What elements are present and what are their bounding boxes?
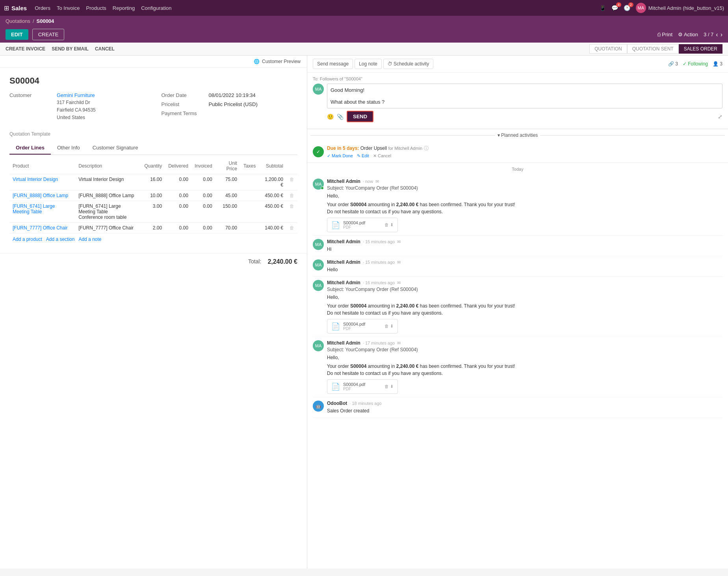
cancel-activity-button[interactable]: ✕ Cancel xyxy=(373,153,391,158)
customer-field-row: Customer Gemini Furniture 317 Fairchild … xyxy=(9,92,146,122)
following-button[interactable]: ✓ Following xyxy=(683,61,708,67)
expand-button[interactable]: ⤢ xyxy=(718,114,722,120)
row-delete-button[interactable]: 🗑 xyxy=(286,190,297,201)
print-button[interactable]: ⎙ Print xyxy=(657,32,672,37)
row-delete-button[interactable]: 🗑 xyxy=(286,222,297,233)
row-quantity: 2.00 xyxy=(141,222,165,233)
row-product[interactable]: [FURN_7777] Office Chair xyxy=(9,222,75,233)
app-grid-icon[interactable]: ⊞ xyxy=(4,4,9,12)
row-product[interactable]: [FURN_6741] Large Meeting Table xyxy=(9,201,75,222)
customer-label: Customer xyxy=(9,92,57,122)
tab-order-lines[interactable]: Order Lines xyxy=(9,142,51,155)
row-description: [FURN_7777] Office Chair xyxy=(75,222,141,233)
compose-avatar: MA xyxy=(313,84,324,95)
row-unit-price: 75.00 xyxy=(215,174,240,190)
nav-configuration[interactable]: Configuration xyxy=(141,4,171,13)
online-dot xyxy=(321,186,324,190)
compose-message-box[interactable]: Good Morning! What about the status ? xyxy=(327,84,722,108)
action-button[interactable]: ⚙ Action xyxy=(678,32,698,37)
row-description: [FURN_8888] Office Lamp xyxy=(75,190,141,201)
send-message-button[interactable]: Send message xyxy=(313,59,353,69)
msg-author: Mitchell Admin xyxy=(327,340,360,346)
order-content: S00004 Customer Gemini Furniture 317 Fai… xyxy=(0,68,307,253)
row-invoiced: 0.00 xyxy=(191,222,215,233)
due-label: Due in 5 days: xyxy=(327,145,359,151)
main-layout: 🌐 Customer Preview S00004 Customer Gemin… xyxy=(0,56,728,569)
msg-body: Hello, xyxy=(327,354,722,361)
prev-page-button[interactable]: ‹ xyxy=(716,31,718,38)
log-note-button[interactable]: Log note xyxy=(355,59,382,69)
order-id: S00004 xyxy=(9,76,297,86)
top-nav-right: 📱 💬 4 🕐 2 MA Mitchell Admin (hide_button… xyxy=(600,3,724,13)
user-name: Mitchell Admin (hide_button_v15) xyxy=(648,5,724,11)
breadcrumb-current: S00004 xyxy=(37,18,54,24)
compose-box-wrapper: Good Morning! What about the status ? 🙂 … xyxy=(327,84,722,125)
send-button[interactable]: SEND xyxy=(347,111,373,122)
emoji-button[interactable]: 🙂 xyxy=(327,114,334,120)
schedule-activity-button[interactable]: ⏱ Schedule activity xyxy=(383,59,433,69)
chatter-messages: Today MA Mitchell Admin · now ✉ Subject:… xyxy=(307,163,728,418)
nav-to-invoice[interactable]: To Invoice xyxy=(57,4,80,13)
nav-reporting[interactable]: Reporting xyxy=(113,4,135,13)
attachment-actions[interactable]: 🗑 ⬇ xyxy=(384,384,394,389)
msg-time: · 17 minutes ago xyxy=(363,341,395,345)
pdf-icon: 📄 xyxy=(331,322,340,331)
msg-time: · now xyxy=(363,179,373,184)
msg-subject: Subject: YourCompany Order (Ref S00004) xyxy=(327,185,722,191)
create-invoice-button[interactable]: CREATE INVOICE xyxy=(6,45,45,53)
attachment-actions[interactable]: 🗑 ⬇ xyxy=(384,222,394,227)
row-description: Virtual Interior Design xyxy=(75,174,141,190)
compose-action-buttons: 🙂 📎 SEND ⤢ xyxy=(327,108,722,125)
app-name: Sales xyxy=(11,5,27,11)
discuss-badge: 4 xyxy=(616,2,621,7)
next-page-button[interactable]: › xyxy=(721,31,722,38)
clock-icon[interactable]: 🕐 2 xyxy=(624,5,630,11)
status-quotation[interactable]: QUOTATION xyxy=(589,44,627,54)
edit-activity-button[interactable]: ✎ Edit xyxy=(357,153,369,158)
order-date-value: 08/01/2022 10:19:34 xyxy=(209,92,256,98)
status-sales-order[interactable]: SALES ORDER xyxy=(679,44,722,54)
msg-body3: Do not hesitate to contact us if you hav… xyxy=(327,208,722,215)
attach-button[interactable]: 📎 xyxy=(337,114,344,120)
payment-terms-row: Payment Terms xyxy=(162,110,298,116)
attachment-actions[interactable]: 🗑 ⬇ xyxy=(384,324,394,329)
customer-name[interactable]: Gemini Furniture xyxy=(57,92,95,98)
add-section-link[interactable]: Add a section xyxy=(46,237,75,242)
msg-header: Mitchell Admin · 17 minutes ago ✉ xyxy=(327,340,722,346)
msg-body: Hi xyxy=(327,246,722,253)
breadcrumb-parent[interactable]: Quotations xyxy=(6,18,30,24)
row-delete-button[interactable]: 🗑 xyxy=(286,201,297,222)
sub-action-bar: CREATE INVOICE SEND BY EMAIL CANCEL QUOT… xyxy=(0,43,728,56)
user-menu[interactable]: MA Mitchell Admin (hide_button_v15) xyxy=(636,3,724,13)
activity-for: for Mitchell Admin xyxy=(388,146,422,151)
status-quotation-sent[interactable]: QUOTATION SENT xyxy=(627,44,679,54)
add-note-link[interactable]: Add a note xyxy=(78,237,101,242)
edit-button[interactable]: EDIT xyxy=(6,29,28,40)
row-product[interactable]: [FURN_8888] Office Lamp xyxy=(9,190,75,201)
msg-author: Mitchell Admin xyxy=(327,259,360,265)
planned-activities-label[interactable]: ▾ Planned activities xyxy=(498,132,538,138)
add-product-link[interactable]: Add a product xyxy=(13,237,42,242)
row-delivered: 0.00 xyxy=(165,190,191,201)
discuss-icon[interactable]: 💬 4 xyxy=(611,5,618,11)
mark-done-button[interactable]: ✓ Mark Done xyxy=(327,153,353,158)
msg-header: Mitchell Admin · 15 minutes ago ✉ xyxy=(327,239,722,244)
col-quantity: Quantity xyxy=(141,158,165,174)
tab-other-info[interactable]: Other Info xyxy=(51,142,86,155)
row-product[interactable]: Virtual Interior Design xyxy=(9,174,75,190)
table-row: [FURN_7777] Office Chair [FURN_7777] Off… xyxy=(9,222,297,233)
row-quantity: 10.00 xyxy=(141,190,165,201)
apps-icon[interactable]: 📱 xyxy=(600,5,606,11)
followers-count[interactable]: 🔗 3 xyxy=(668,61,678,67)
customer-preview-button[interactable]: 🌐 Customer Preview xyxy=(254,59,301,64)
msg-icon: ✉ xyxy=(397,341,401,346)
info-icon[interactable]: ⓘ xyxy=(424,145,429,151)
nav-orders[interactable]: Orders xyxy=(35,4,50,13)
tab-customer-signature[interactable]: Customer Signature xyxy=(86,142,145,155)
send-by-email-button[interactable]: SEND BY EMAIL xyxy=(52,45,89,53)
nav-products[interactable]: Products xyxy=(86,4,106,13)
create-button[interactable]: CREATE xyxy=(32,29,65,40)
msg-time: · 15 minutes ago xyxy=(363,239,395,244)
cancel-button[interactable]: CANCEL xyxy=(95,45,115,53)
row-delete-button[interactable]: 🗑 xyxy=(286,174,297,190)
